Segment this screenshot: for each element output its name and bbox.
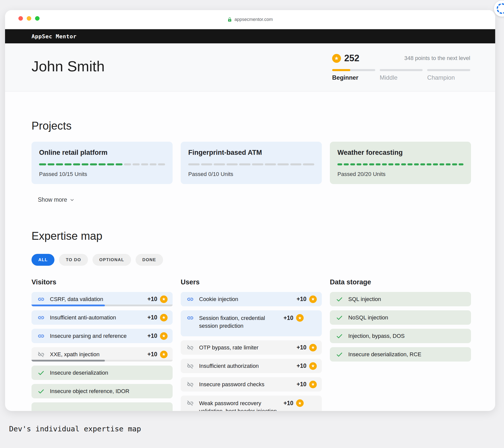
progress-dash — [158, 163, 165, 165]
browser-extension-badge[interactable] — [494, 1, 504, 17]
star-icon: ★ — [160, 351, 168, 358]
progress-dash — [201, 163, 212, 165]
filter-chip-done[interactable]: DONE — [136, 254, 163, 266]
check-icon — [38, 369, 45, 377]
progress-dash — [214, 163, 225, 165]
project-card-title: Fingerprint-based ATM — [188, 149, 314, 157]
star-icon: ★ — [160, 314, 168, 321]
progress-dash — [427, 163, 431, 165]
star-icon: ★ — [309, 362, 317, 370]
progress-dash — [382, 163, 387, 165]
projects-heading: Projects — [32, 120, 471, 132]
project-card[interactable]: Fingerprint-based ATMPassed 0/10 Units — [181, 142, 322, 184]
expertise-column-users: UsersCookie injection+10★Session fixatio… — [181, 278, 322, 411]
points-to-next-level: 348 points to the next level — [404, 55, 470, 62]
progress-dash — [252, 163, 263, 165]
maximize-window-button[interactable] — [35, 16, 40, 21]
progress-dash — [188, 163, 200, 165]
star-icon: ★ — [296, 314, 304, 322]
skill-item[interactable]: Insecure parsing and reference+10★ — [32, 329, 173, 343]
star-icon: ★ — [309, 344, 317, 351]
project-card[interactable]: Weather forecastingPassed 20/20 Units — [330, 142, 471, 184]
skill-label: Insecure password checks — [199, 380, 297, 388]
column-title: Data storage — [330, 278, 471, 286]
progress-dash — [39, 163, 46, 165]
expertise-column-visitors: VisitorsCSRF, data validation+10★Insuffi… — [32, 278, 173, 411]
skill-label: Insecure deserialization — [50, 369, 168, 377]
skill-item[interactable]: Insecure deserialization, RCE — [330, 347, 471, 362]
progress-dash — [290, 163, 302, 165]
level-label-middle: Middle — [380, 74, 423, 81]
user-name: John Smith — [32, 58, 105, 75]
skill-item[interactable]: CSRF, data validation+10★ — [32, 292, 173, 306]
show-more-button[interactable]: Show more — [38, 196, 75, 203]
skill-item[interactable]: SQL injection — [330, 292, 471, 306]
skill-reward: +10★ — [147, 295, 168, 303]
link-off-icon — [187, 362, 194, 370]
minimize-window-button[interactable] — [27, 16, 31, 21]
skill-item[interactable]: Insufficient authorization+10★ — [181, 359, 322, 373]
reward-points: +10 — [284, 400, 293, 407]
skill-reward: +10★ — [297, 381, 317, 388]
lock-icon — [227, 17, 232, 22]
progress-dash — [82, 163, 89, 165]
address-bar[interactable]: appsecmentor.com — [5, 10, 495, 29]
filter-chip-to-do[interactable]: TO DO — [59, 254, 88, 266]
level-bar-middle — [380, 69, 423, 71]
progress-dash — [459, 163, 463, 165]
link-off-icon — [38, 351, 45, 358]
browser-window: appsecmentor.com AppSec Mentor John Smit… — [5, 10, 495, 411]
reward-points: +10 — [147, 314, 157, 321]
skill-item[interactable]: Cookie injection+10★ — [181, 292, 322, 306]
skill-reward: +10★ — [284, 314, 304, 322]
score-block: ★ 252 348 points to the next level Begin… — [332, 53, 470, 81]
skill-progress-fill — [32, 305, 105, 306]
progress-dash — [56, 163, 63, 165]
skill-item[interactable]: Insecure object reference, IDOR — [32, 384, 173, 398]
progress-dash — [357, 163, 361, 165]
progress-dash — [350, 163, 355, 165]
skill-item[interactable]: XXE, xpath injection+10★ — [32, 347, 173, 362]
progress-dash — [133, 163, 140, 165]
skill-label: OTP bypass, rate limiter — [199, 344, 297, 351]
skill-label: SQL injection — [348, 295, 466, 303]
star-icon: ★ — [160, 332, 168, 340]
project-passed-text: Passed 20/20 Units — [337, 171, 463, 177]
skill-item[interactable] — [32, 402, 173, 411]
extension-logo-icon — [497, 3, 504, 14]
progress-dash — [48, 163, 55, 165]
level-bar-fill — [332, 69, 350, 71]
skill-item[interactable]: Insecure deserialization — [32, 366, 173, 380]
show-more-label: Show more — [38, 196, 67, 203]
skill-progress-bar — [32, 305, 173, 306]
skill-label: Insecure parsing and reference — [50, 332, 147, 340]
progress-dash — [227, 163, 238, 165]
points-badge: ★ 252 — [332, 53, 359, 64]
progress-dash — [344, 163, 349, 165]
skill-item[interactable]: Insufficient anti-automation+10★ — [32, 310, 173, 325]
skill-item[interactable]: Insecure password checks+10★ — [181, 377, 322, 392]
filter-chip-optional[interactable]: OPTIONAL — [92, 254, 131, 266]
skill-label: XXE, xpath injection — [50, 350, 147, 358]
app-brand: AppSec Mentor — [32, 33, 77, 40]
skill-item[interactable]: Injection, bypass, DOS — [330, 329, 471, 343]
project-card-title: Online retail platform — [39, 149, 165, 157]
skill-progress-fill — [32, 360, 105, 362]
star-icon: ★ — [309, 295, 317, 303]
app-navbar: AppSec Mentor — [5, 29, 495, 43]
skill-label: Insufficient authorization — [199, 362, 297, 370]
link-icon — [187, 314, 194, 322]
filter-chip-all[interactable]: ALL — [32, 254, 54, 266]
skill-reward: +10★ — [297, 344, 317, 351]
skill-item[interactable]: OTP bypass, rate limiter+10★ — [181, 340, 322, 355]
skill-item[interactable]: Weak password recovery validation, host … — [181, 396, 322, 411]
level-labels: BeginnerMiddleChampion — [332, 74, 470, 81]
skill-item[interactable]: Session fixation, credential session pre… — [181, 310, 322, 336]
link-icon — [187, 295, 194, 303]
skill-item[interactable]: NoSQL injection — [330, 310, 471, 325]
project-card[interactable]: Online retail platformPassed 10/15 Units — [32, 142, 173, 184]
close-window-button[interactable] — [18, 16, 23, 21]
link-off-icon — [187, 381, 194, 388]
skill-reward: +10★ — [147, 314, 168, 321]
project-passed-text: Passed 10/15 Units — [39, 171, 165, 177]
